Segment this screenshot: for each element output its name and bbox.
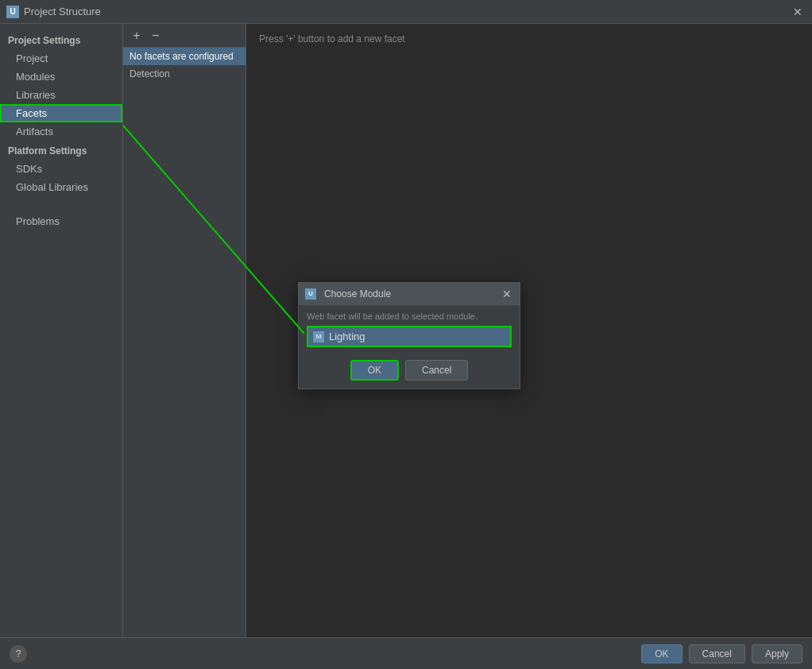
choose-module-dialog: U Choose Module ✕ Web facet will be adde… [298, 282, 520, 389]
facets-panel: + − No facets are configured Detection [123, 24, 246, 637]
help-button[interactable]: ? [10, 645, 27, 663]
module-name: Lighting [329, 331, 365, 342]
title-bar: U Project Structure ✕ [0, 0, 812, 24]
window-title: Project Structure [24, 6, 790, 17]
sidebar: Project Settings Project Modules Librari… [0, 24, 123, 637]
facets-list: No facets are configured Detection [123, 48, 246, 83]
add-facet-button[interactable]: + [128, 27, 145, 44]
modal-subtitle: Web facet will be added to selected modu… [307, 311, 512, 321]
sidebar-item-facets[interactable]: Facets [0, 104, 122, 122]
modal-body: Web facet will be added to selected modu… [299, 305, 520, 354]
project-settings-label: Project Settings [0, 30, 122, 49]
modal-cancel-button[interactable]: Cancel [405, 360, 468, 381]
modal-close-button[interactable]: ✕ [501, 288, 513, 300]
remove-facet-button[interactable]: − [147, 27, 164, 44]
sidebar-item-artifacts[interactable]: Artifacts [0, 122, 122, 141]
bottom-bar-buttons: OK Cancel Apply [641, 644, 802, 663]
app-icon: U [6, 6, 19, 18]
cancel-button[interactable]: Cancel [689, 644, 745, 663]
sidebar-item-project[interactable]: Project [0, 49, 122, 68]
facets-list-item-detection[interactable]: Detection [123, 65, 246, 83]
sidebar-item-modules[interactable]: Modules [0, 68, 122, 86]
modal-buttons: OK Cancel [299, 354, 520, 389]
modal-title-text: U Choose Module [305, 288, 391, 300]
module-list-item[interactable]: M Lighting [307, 326, 512, 347]
window-close-button[interactable]: ✕ [790, 4, 806, 20]
apply-button[interactable]: Apply [752, 644, 802, 663]
modal-title-bar: U Choose Module ✕ [299, 283, 520, 305]
sidebar-item-global-libraries[interactable]: Global Libraries [0, 178, 122, 196]
modal-ok-button[interactable]: OK [350, 360, 399, 381]
modal-title-icon: U [305, 288, 316, 300]
sidebar-item-libraries[interactable]: Libraries [0, 86, 122, 104]
platform-settings-label: Platform Settings [0, 141, 122, 160]
facets-list-item-no-facets[interactable]: No facets are configured [123, 48, 246, 65]
hint-text: Press '+' button to add a new facet [259, 33, 405, 44]
modal-title: Choose Module [324, 288, 391, 300]
facets-toolbar: + − [123, 24, 246, 48]
module-icon: M [313, 331, 324, 342]
sidebar-item-sdks[interactable]: SDKs [0, 160, 122, 178]
ok-button[interactable]: OK [641, 644, 682, 663]
bottom-bar: ? OK Cancel Apply [0, 637, 812, 669]
sidebar-item-problems[interactable]: Problems [0, 212, 122, 230]
